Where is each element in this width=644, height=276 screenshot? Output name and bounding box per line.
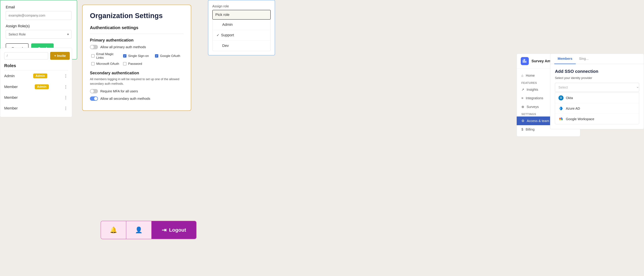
checkbox-label: Microsoft OAuth	[96, 62, 119, 66]
table-row: Member ⋮	[0, 92, 72, 103]
checkbox-item: Email Magic Links	[91, 52, 120, 60]
secondary-auth-desc: All members logging in will be required …	[90, 77, 184, 86]
provider-name: Okta	[566, 96, 573, 100]
more-options-button[interactable]: ⋮	[64, 95, 68, 100]
option-label: Admin	[222, 22, 232, 27]
survey-amp-name: Survey Amp	[532, 59, 553, 63]
provider-name: Azure AD	[566, 107, 580, 111]
checkbox-label: Google OAuth	[160, 54, 180, 58]
assign-role-label: Assign role	[212, 4, 271, 8]
primary-auth-toggle[interactable]	[90, 45, 98, 49]
provider-name: Google Workspace	[566, 117, 594, 121]
notifications-button[interactable]: 🔔	[101, 221, 126, 239]
role-name: Admin	[4, 74, 14, 78]
invite-button[interactable]: + Invite	[50, 52, 70, 60]
sidebar-label: Access & team	[527, 119, 549, 123]
sidebar-label: Insights	[526, 88, 538, 92]
identity-provider-select[interactable]: Select	[555, 83, 639, 92]
provider-google[interactable]: Google Workspace	[555, 114, 639, 124]
google-oauth-checkbox[interactable]	[155, 54, 158, 58]
checkbox-label: Single Sign-on	[128, 54, 149, 58]
primary-auth-title: Primary authentication	[90, 38, 184, 42]
org-settings-panel: Organization Settings Authentication set…	[82, 5, 191, 111]
checkbox-label: Password	[128, 62, 142, 66]
google-workspace-icon	[558, 117, 564, 122]
assign-role-dropdown: Assign role Admin ✓ Support Dev	[208, 0, 275, 55]
mfa-toggle[interactable]	[90, 89, 98, 93]
role-option-support[interactable]: ✓ Support	[212, 30, 270, 40]
survey-amp-logo	[521, 57, 529, 65]
roles-title: Roles	[0, 60, 72, 70]
sso-tabs: Members Sing...	[550, 54, 644, 64]
password-checkbox[interactable]	[123, 62, 126, 65]
email-magic-links-checkbox[interactable]	[91, 54, 94, 58]
org-settings-title: Organization Settings	[90, 12, 184, 20]
option-label: Dev	[222, 43, 229, 48]
more-options-button[interactable]: ⋮	[64, 106, 68, 111]
mfa-toggle-label: Require MFA for all users	[100, 89, 138, 93]
billing-icon: $	[522, 128, 523, 132]
bell-icon: 🔔	[110, 226, 117, 234]
role-name: Member	[4, 85, 18, 89]
logout-button[interactable]: ⇥ Logout	[152, 221, 196, 239]
table-row: Member ⋮	[0, 103, 72, 114]
sso-content: Add SSO connection Select your identity …	[550, 64, 644, 129]
sso-subtitle: Select your identity provider	[555, 76, 639, 80]
email-input[interactable]	[6, 11, 72, 20]
secondary-methods-label: Allow all secondary auth methods	[100, 97, 150, 101]
role-option-dev[interactable]: Dev	[212, 40, 270, 51]
assign-role-label: Assign Role(s)	[6, 24, 72, 28]
azure-icon	[558, 106, 564, 111]
svg-rect-1	[524, 59, 525, 63]
checkbox-item: Microsoft OAuth	[91, 62, 120, 66]
pick-role-input[interactable]	[212, 10, 271, 19]
table-row: Admin Admin ⋮	[0, 70, 72, 81]
primary-auth-toggle-label: Allow all primary auth methods	[100, 45, 146, 49]
checkbox-label: Email Magic Links	[96, 52, 120, 60]
provider-okta[interactable]: O Okta	[555, 93, 639, 103]
role-badge: Admin	[33, 73, 47, 78]
integrations-icon: ≡	[522, 96, 524, 100]
checkbox-item: Google OAuth	[155, 52, 184, 60]
provider-options-list: O Okta Azure AD	[555, 93, 639, 124]
tab-members[interactable]: Members	[554, 54, 576, 64]
surveys-icon: ⊗	[522, 105, 524, 109]
more-options-button[interactable]: ⋮	[64, 85, 68, 89]
logout-icon: ⇥	[162, 227, 166, 233]
sso-title: Add SSO connection	[555, 69, 639, 74]
role-name: Member	[4, 95, 18, 100]
svg-rect-0	[523, 60, 524, 63]
option-label: Support	[221, 33, 234, 37]
bottom-actions-bar: 🔔 👤 ⇥ Logout	[100, 221, 196, 239]
user-profile-button[interactable]: 👤	[126, 221, 152, 239]
secondary-methods-toggle[interactable]	[90, 96, 98, 101]
sidebar-label: Integrations	[526, 96, 544, 100]
sidebar-label: Home	[526, 74, 535, 78]
roles-search-input[interactable]	[4, 52, 48, 59]
role-select[interactable]: Select Role	[6, 30, 72, 39]
user-icon: 👤	[135, 226, 142, 234]
insights-icon: ↗	[522, 88, 524, 92]
roles-panel: + Invite Roles Admin Admin ⋮ Member Admi…	[0, 48, 72, 117]
role-option-admin[interactable]: Admin	[212, 19, 270, 30]
table-row: Member Admin ⋮	[0, 81, 72, 92]
single-sign-on-checkbox[interactable]	[123, 54, 126, 58]
checkbox-item: Password	[123, 62, 152, 66]
role-options-list: Admin ✓ Support Dev	[212, 19, 271, 51]
more-options-button[interactable]: ⋮	[64, 74, 68, 78]
logout-label: Logout	[169, 227, 186, 233]
secondary-auth-title: Secondary authentication	[90, 71, 184, 75]
access-team-icon: ⚙	[522, 119, 524, 123]
tab-sso[interactable]: Sing...	[576, 54, 592, 64]
provider-azure[interactable]: Azure AD	[555, 103, 639, 114]
role-badge: Admin	[35, 84, 49, 89]
sso-panel: Members Sing... Add SSO connection Selec…	[550, 54, 644, 129]
microsoft-oauth-checkbox[interactable]	[91, 62, 94, 65]
email-label: Email	[6, 5, 72, 9]
svg-rect-2	[526, 61, 526, 63]
role-name: Member	[4, 106, 18, 111]
okta-icon: O	[558, 95, 564, 100]
checkbox-item: Single Sign-on	[123, 52, 152, 60]
home-icon: ⌂	[522, 74, 524, 78]
check-icon: ✓	[216, 33, 219, 37]
